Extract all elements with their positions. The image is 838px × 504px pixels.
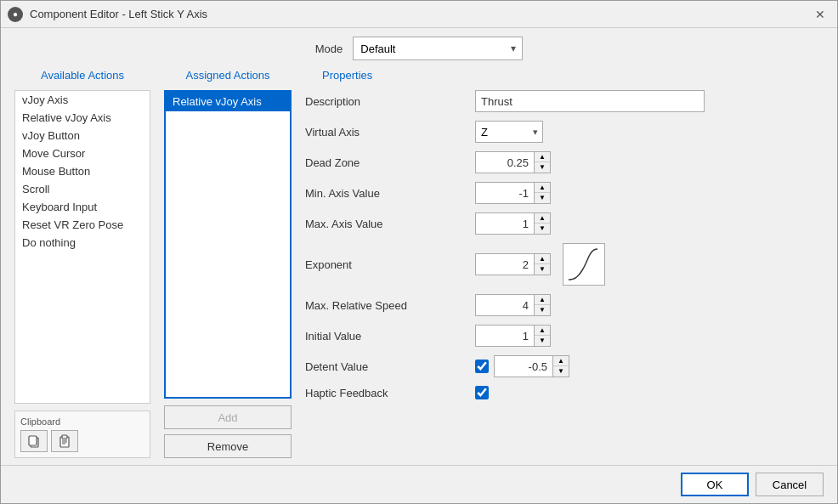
mode-label: Mode	[315, 42, 343, 55]
haptic-feedback-value	[475, 386, 824, 399]
detent-value-label: Detent Value	[305, 360, 475, 373]
mode-select[interactable]: Default	[353, 37, 523, 60]
max-axis-value: ▲ ▼	[475, 212, 824, 235]
description-input[interactable]	[475, 90, 705, 112]
action-move-cursor[interactable]: Move Cursor	[15, 144, 150, 162]
max-relative-speed-spin: ▲ ▼	[475, 294, 551, 316]
clipboard-label: Clipboard	[20, 416, 144, 427]
min-axis-label: Min. Axis Value	[305, 187, 475, 200]
detent-value-down[interactable]: ▼	[553, 366, 569, 377]
max-axis-up[interactable]: ▲	[535, 213, 550, 224]
action-relative-vjoy-axis[interactable]: Relative vJoy Axis	[15, 109, 150, 127]
exponent-input[interactable]	[475, 253, 535, 275]
detent-value-spin-buttons: ▲ ▼	[553, 355, 569, 377]
dead-zone-spin: ▲ ▼	[475, 151, 551, 173]
exponent-curve-svg	[567, 247, 601, 281]
assigned-item-relative-vjoy-axis[interactable]: Relative vJoy Axis	[166, 92, 290, 111]
footer: OK Cancel	[1, 465, 837, 503]
main-content: Available Actions vJoy Axis Relative vJo…	[1, 69, 837, 465]
initial-value-up[interactable]: ▲	[535, 326, 550, 336]
initial-value-spin: ▲ ▼	[475, 325, 551, 347]
initial-value-input[interactable]	[475, 325, 535, 347]
dead-zone-up[interactable]: ▲	[535, 152, 550, 162]
max-relative-speed-value: ▲ ▼	[475, 294, 824, 316]
exponent-down[interactable]: ▼	[535, 264, 550, 275]
min-axis-up[interactable]: ▲	[535, 183, 550, 193]
min-axis-value: ▲ ▼	[475, 182, 824, 204]
main-window: ● Component Editor - Left Stick Y Axis ✕…	[0, 0, 838, 504]
window-title: Component Editor - Left Stick Y Axis	[30, 8, 810, 20]
clipboard-section: Clipboard	[14, 411, 150, 458]
initial-value-label: Initial Value	[305, 330, 475, 343]
exponent-value: ▲ ▼	[475, 243, 824, 286]
action-vjoy-axis[interactable]: vJoy Axis	[15, 91, 150, 109]
copy-icon	[27, 434, 41, 448]
exponent-spin-buttons: ▲ ▼	[535, 253, 551, 275]
available-actions-header: Available Actions	[14, 69, 150, 85]
min-axis-down[interactable]: ▼	[535, 193, 550, 203]
properties-grid: Description Virtual Axis X Y Z	[305, 90, 824, 399]
initial-value-down[interactable]: ▼	[535, 336, 550, 346]
virtual-axis-select[interactable]: X Y Z	[475, 121, 543, 143]
svg-rect-1	[29, 436, 37, 445]
max-relative-speed-input[interactable]	[475, 294, 535, 316]
action-scroll[interactable]: Scroll	[15, 180, 150, 198]
haptic-feedback-checkbox[interactable]	[475, 386, 489, 399]
virtual-axis-label: Virtual Axis	[305, 126, 475, 139]
svg-rect-7	[567, 247, 601, 281]
detent-value-input[interactable]	[494, 355, 553, 377]
available-actions-panel: Available Actions vJoy Axis Relative vJo…	[14, 69, 150, 458]
paste-icon	[58, 434, 71, 448]
max-axis-spin: ▲ ▼	[475, 212, 551, 235]
min-axis-spin: ▲ ▼	[475, 182, 551, 204]
properties-header: Properties	[305, 69, 824, 85]
max-axis-label: Max. Axis Value	[305, 218, 475, 230]
mode-select-wrapper: Default	[353, 37, 523, 60]
remove-button[interactable]: Remove	[164, 434, 292, 458]
max-relative-speed-spin-buttons: ▲ ▼	[535, 294, 551, 316]
min-axis-spin-buttons: ▲ ▼	[535, 182, 551, 204]
max-relative-speed-label: Max. Relative Speed	[305, 299, 475, 312]
titlebar: ● Component Editor - Left Stick Y Axis ✕	[1, 1, 837, 28]
detent-value-checkbox[interactable]	[475, 360, 489, 373]
clipboard-buttons	[20, 430, 144, 452]
max-relative-speed-up[interactable]: ▲	[535, 295, 550, 305]
max-axis-spin-buttons: ▲ ▼	[535, 212, 551, 235]
virtual-axis-value: X Y Z	[475, 121, 824, 143]
clipboard-copy-button[interactable]	[20, 430, 48, 452]
clipboard-paste-button[interactable]	[51, 430, 78, 452]
exponent-label: Exponent	[305, 258, 475, 271]
svg-rect-3	[62, 435, 67, 439]
max-axis-input[interactable]	[475, 212, 535, 235]
initial-value-spin-buttons: ▲ ▼	[535, 325, 551, 347]
ok-button[interactable]: OK	[681, 473, 749, 496]
detent-value-up[interactable]: ▲	[553, 356, 569, 366]
action-reset-vr[interactable]: Reset VR Zero Pose	[15, 216, 150, 234]
max-relative-speed-down[interactable]: ▼	[535, 305, 550, 315]
haptic-feedback-label: Haptic Feedback	[305, 387, 475, 399]
exponent-up[interactable]: ▲	[535, 254, 550, 264]
min-axis-input[interactable]	[475, 182, 535, 204]
max-axis-down[interactable]: ▼	[535, 224, 550, 234]
dead-zone-spin-buttons: ▲ ▼	[535, 151, 551, 173]
description-value	[475, 90, 824, 112]
virtual-axis-select-wrapper: X Y Z	[475, 121, 543, 143]
dead-zone-label: Dead Zone	[305, 156, 475, 169]
available-actions-list: vJoy Axis Relative vJoy Axis vJoy Button…	[14, 90, 150, 404]
exponent-spin: ▲ ▼	[475, 253, 551, 275]
assigned-actions-header: Assigned Actions	[164, 69, 292, 85]
cancel-button[interactable]: Cancel	[756, 473, 824, 496]
dead-zone-input[interactable]	[475, 151, 535, 173]
add-button[interactable]: Add	[164, 405, 292, 429]
app-icon: ●	[8, 7, 23, 22]
action-vjoy-button[interactable]: vJoy Button	[15, 127, 150, 144]
action-mouse-button[interactable]: Mouse Button	[15, 162, 150, 180]
close-button[interactable]: ✕	[810, 4, 830, 25]
detent-value-spin: ▲ ▼	[494, 355, 569, 377]
dead-zone-value: ▲ ▼	[475, 151, 824, 173]
add-remove-section: Add Remove	[164, 405, 292, 458]
dead-zone-down[interactable]: ▼	[535, 162, 550, 173]
action-keyboard-input[interactable]: Keyboard Input	[15, 198, 150, 216]
action-do-nothing[interactable]: Do nothing	[15, 234, 150, 252]
assigned-actions-list: Relative vJoy Axis	[164, 90, 292, 399]
